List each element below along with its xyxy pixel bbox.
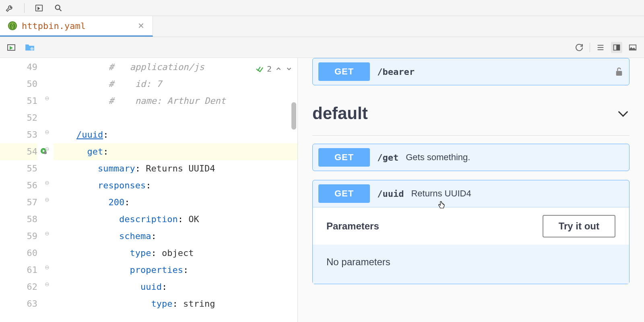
endpoint-path: /bearer (377, 67, 415, 77)
openapi-file-icon: {·} (8, 21, 17, 30)
endpoint-header[interactable]: GET /uuid Returns UUID4 (313, 180, 629, 207)
line-number: 58 (0, 211, 37, 228)
line-number: 60 (0, 245, 37, 262)
check-icon (256, 66, 264, 72)
tab-label: httpbin.yaml (22, 21, 86, 31)
fold-marker[interactable]: ⊖ (44, 196, 50, 203)
editor-toolbar (0, 37, 644, 58)
endpoint-uuid: GET /uuid Returns UUID4 Parameters Try i… (312, 180, 630, 284)
method-badge: GET (318, 184, 370, 203)
line-number: 63 (0, 295, 37, 312)
chevron-up-icon[interactable] (275, 65, 282, 72)
main-split: 49 50 51 52 53 54 55 56 57 58 59 60 61 6… (0, 58, 644, 322)
fold-column: ⊖ ⊖ ⊖ ⊖ ⊖ ⊖ ⊖ ⊖ (42, 58, 54, 322)
line-number: 54 (0, 143, 37, 160)
section-default[interactable]: default (312, 94, 630, 136)
line-number: 57 (0, 194, 37, 211)
inspection-count: 2 (267, 60, 272, 77)
search-icon[interactable] (54, 3, 63, 13)
folder-icon[interactable] (24, 42, 35, 53)
scrollbar-thumb[interactable] (291, 102, 296, 130)
swagger-preview: GET /bearer default GET /get Gets someth… (298, 58, 644, 322)
inspection-widget[interactable]: 2 (256, 60, 293, 77)
fold-marker[interactable]: ⊖ (44, 146, 50, 152)
lock-icon[interactable] (615, 66, 623, 77)
top-toolbar (0, 0, 644, 16)
chevron-down-icon[interactable] (285, 65, 293, 72)
svg-rect-5 (617, 45, 619, 50)
parameters-bar: Parameters Try it out (313, 207, 629, 245)
split-view-icon[interactable] (611, 42, 622, 53)
separator (590, 43, 590, 52)
endpoint-description: Gets something. (406, 152, 470, 163)
endpoint-description: Returns UUID4 (411, 188, 471, 199)
line-number: 55 (0, 160, 37, 177)
fold-marker[interactable]: ⊖ (44, 95, 50, 101)
list-view-icon[interactable] (595, 42, 606, 53)
line-gutter: 49 50 51 52 53 54 55 56 57 58 59 60 61 6… (0, 58, 42, 322)
code-editor[interactable]: 49 50 51 52 53 54 55 56 57 58 59 60 61 6… (0, 58, 298, 322)
endpoint-get[interactable]: GET /get Gets something. (312, 144, 630, 171)
run-preview-icon[interactable] (6, 42, 17, 53)
fold-marker[interactable]: ⊖ (44, 264, 50, 270)
line-number: 59 (0, 228, 37, 245)
endpoint-path: /get (377, 153, 398, 163)
run-panel-icon[interactable] (34, 3, 44, 13)
line-number: 51 (0, 93, 37, 109)
no-parameters-text: No parameters (313, 245, 629, 284)
fold-marker[interactable]: ⊖ (44, 230, 50, 237)
line-number: 49 (0, 59, 37, 76)
endpoint-path: /uuid (377, 189, 404, 199)
method-badge: GET (318, 148, 370, 167)
fold-marker[interactable]: ⊖ (44, 180, 50, 186)
image-view-icon[interactable] (627, 42, 638, 53)
parameters-label: Parameters (326, 221, 379, 232)
line-number: 53 (0, 126, 37, 143)
method-badge: GET (318, 62, 370, 81)
separator (24, 3, 25, 13)
fold-marker[interactable]: ⊖ (44, 129, 50, 135)
line-number: 61 (0, 262, 37, 279)
line-number: 52 (0, 109, 37, 126)
section-title: default (312, 104, 368, 123)
editor-tabs: {·} httpbin.yaml ✕ (0, 16, 644, 37)
line-number: 50 (0, 76, 37, 93)
endpoint-bearer[interactable]: GET /bearer (312, 58, 630, 85)
line-number: 56 (0, 177, 37, 194)
svg-rect-9 (616, 71, 622, 76)
try-it-out-button[interactable]: Try it out (543, 215, 615, 237)
close-icon[interactable]: ✕ (138, 21, 144, 31)
svg-point-1 (56, 5, 60, 9)
line-number: 62 (0, 279, 37, 295)
code-content[interactable]: # application/js # id: 7 # name: Arthur … (54, 58, 297, 322)
refresh-icon[interactable] (574, 42, 585, 53)
chevron-down-icon[interactable] (617, 109, 630, 118)
fold-marker[interactable]: ⊖ (44, 281, 50, 287)
wrench-icon[interactable] (5, 3, 14, 13)
tab-httpbin-yaml[interactable]: {·} httpbin.yaml ✕ (0, 16, 153, 37)
